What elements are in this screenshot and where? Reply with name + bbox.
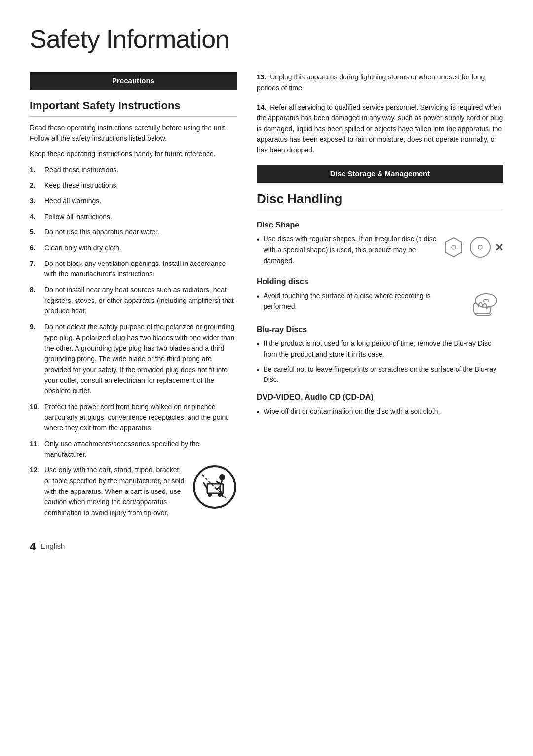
item-text: Follow all instructions. (44, 212, 112, 223)
list-item: 7.Do not block any ventilation openings.… (30, 259, 237, 280)
item-13-text: Unplug this apparatus during lightning s… (257, 73, 485, 92)
holding-discs-bullet: Avoid touching the surface of a disc whe… (257, 291, 459, 312)
dvd-bullet-1: Wipe off dirt or contamination on the di… (257, 406, 503, 418)
svg-line-9 (220, 487, 221, 493)
svg-point-3 (208, 493, 212, 497)
disc-shape-section: Use discs with regular shapes. If an irr… (257, 234, 503, 270)
hex-disc-icon (442, 236, 465, 259)
dvd-text-1: Wipe off dirt or contamination on the di… (264, 406, 440, 418)
list-item: 2.Keep these instructions. (30, 180, 237, 191)
disc-shapes-illustration: × (442, 236, 503, 259)
list-item: 11.Only use attachments/accessories spec… (30, 439, 237, 460)
disc-handling-title: Disc Handling (257, 189, 503, 212)
dvd-title: DVD-VIDEO, Audio CD (CD-DA) (257, 391, 503, 403)
item-12-text: Use only with the cart, stand, tripod, b… (44, 465, 186, 518)
important-safety-title: Important Safety Instructions (30, 97, 237, 117)
item-text: Do not block any ventilation openings. I… (44, 259, 237, 280)
bluray-title: Blu-ray Discs (257, 324, 503, 336)
item-num: 10. (30, 402, 40, 434)
disc-shape-bullet: Use discs with regular shapes. If an irr… (257, 234, 437, 266)
item-text: Do not defeat the safety purpose of the … (44, 322, 237, 397)
item-text: Read these instructions. (44, 165, 118, 176)
svg-point-15 (478, 245, 482, 249)
holding-discs-section: Avoid touching the surface of a disc whe… (257, 291, 503, 318)
disc-shape-title: Disc Shape (257, 219, 503, 231)
page-footer: 4 English (30, 538, 503, 555)
svg-point-0 (194, 466, 235, 508)
item-14-text: Refer all servicing to qualified service… (257, 103, 503, 154)
list-item: 4.Follow all instructions. (30, 212, 237, 223)
instructions-list: 1.Read these instructions. 2.Keep these … (30, 165, 237, 519)
item-num: 11. (30, 439, 40, 460)
svg-point-13 (452, 245, 456, 249)
disc-shape-text: Use discs with regular shapes. If an irr… (264, 234, 437, 266)
left-column: Precautions Important Safety Instruction… (30, 72, 237, 524)
bluray-bullet-1: If the product is not used for a long pe… (257, 339, 503, 360)
holding-discs-title: Holding discs (257, 276, 503, 288)
precautions-header: Precautions (30, 72, 237, 90)
svg-point-14 (470, 237, 490, 257)
item-12-container: Use only with the cart, stand, tripod, b… (44, 465, 237, 518)
svg-marker-12 (445, 238, 462, 257)
item-text: Clean only with dry cloth. (44, 243, 121, 254)
item-num: 7. (30, 259, 40, 280)
item-num: 2. (30, 180, 40, 191)
list-item: 8.Do not install near any heat sources s… (30, 285, 237, 317)
item-13-num: 13. (257, 73, 266, 81)
list-item: 1.Read these instructions. (30, 165, 237, 176)
round-disc-icon (469, 236, 492, 259)
svg-point-17 (484, 299, 489, 302)
main-content: Precautions Important Safety Instruction… (30, 72, 503, 524)
list-item: 5.Do not use this apparatus near water. (30, 227, 237, 238)
list-item: 6.Clean only with dry cloth. (30, 243, 237, 254)
item-text: Do not use this apparatus near water. (44, 227, 159, 238)
svg-point-5 (219, 474, 225, 480)
disc-storage-header: Disc Storage & Management (257, 165, 503, 183)
intro-text-2: Keep these operating instructions handy … (30, 149, 237, 160)
hand-disc-icon (464, 291, 503, 318)
item-num: 5. (30, 227, 40, 238)
dvd-list: Wipe off dirt or contamination on the di… (257, 406, 503, 418)
bluray-text-2: Be careful not to leave fingerprints or … (264, 364, 503, 385)
list-item: 10.Protect the power cord from being wal… (30, 402, 237, 434)
disc-shape-list: Use discs with regular shapes. If an irr… (257, 234, 437, 270)
svg-line-8 (216, 481, 220, 483)
intro-text-1: Read these operating instructions carefu… (30, 123, 237, 144)
item-13: 13. Unplug this apparatus during lightni… (257, 72, 503, 93)
bluray-list: If the product is not used for a long pe… (257, 339, 503, 385)
item-num: 4. (30, 212, 40, 223)
item-14: 14. Refer all servicing to qualified ser… (257, 102, 503, 155)
item-14-num: 14. (257, 103, 266, 111)
holding-discs-list: Avoid touching the surface of a disc whe… (257, 291, 459, 316)
page-language: English (40, 541, 65, 552)
page-number: 4 (30, 538, 36, 555)
item-text: Keep these instructions. (44, 180, 118, 191)
page-title: Safety Information (30, 20, 503, 58)
item-num: 9. (30, 322, 40, 397)
item-num: 1. (30, 165, 40, 176)
item-num: 6. (30, 243, 40, 254)
cart-warning-icon (192, 465, 237, 509)
x-mark-icon: × (495, 240, 503, 254)
item-num: 3. (30, 196, 40, 207)
list-item-12: 12. Use only with the cart, stand, tripo… (30, 465, 237, 518)
item-text: Do not install near any heat sources suc… (44, 285, 237, 317)
item-num: 8. (30, 285, 40, 317)
item-num: 12. (30, 465, 40, 518)
list-item: 3.Heed all warnings. (30, 196, 237, 207)
holding-discs-text: Avoid touching the surface of a disc whe… (264, 291, 459, 312)
right-column: 13. Unplug this apparatus during lightni… (257, 72, 503, 524)
item-text: Heed all warnings. (44, 196, 101, 207)
bluray-bullet-2: Be careful not to leave fingerprints or … (257, 364, 503, 385)
item-text: Protect the power cord from being walked… (44, 402, 237, 434)
item-text: Only use attachments/accessories specifi… (44, 439, 237, 460)
list-item: 9.Do not defeat the safety purpose of th… (30, 322, 237, 397)
bluray-text-1: If the product is not used for a long pe… (264, 339, 503, 360)
